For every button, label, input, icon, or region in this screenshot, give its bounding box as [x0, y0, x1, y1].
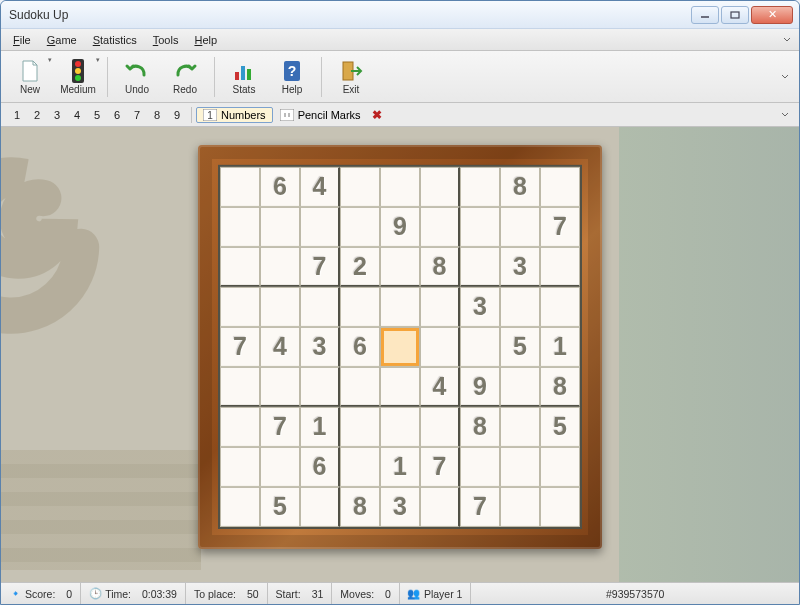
cell-5-0[interactable] — [220, 366, 260, 406]
cell-7-4[interactable]: 1 — [380, 446, 420, 486]
close-button[interactable]: ✕ — [751, 6, 793, 24]
cell-5-5[interactable]: 4 — [420, 366, 460, 406]
cell-2-0[interactable] — [220, 246, 260, 286]
help-button[interactable]: ? Help — [269, 54, 315, 100]
cell-2-5[interactable]: 8 — [420, 246, 460, 286]
number-pick-9[interactable]: 9 — [167, 109, 187, 121]
cell-1-1[interactable] — [260, 206, 300, 246]
cell-3-2[interactable] — [300, 286, 340, 326]
redo-button[interactable]: Redo — [162, 54, 208, 100]
menu-game[interactable]: Game — [39, 32, 85, 48]
cell-3-5[interactable] — [420, 286, 460, 326]
cell-4-0[interactable]: 7 — [220, 326, 260, 366]
cell-5-8[interactable]: 8 — [540, 366, 580, 406]
number-pick-4[interactable]: 4 — [67, 109, 87, 121]
cell-1-0[interactable] — [220, 206, 260, 246]
cell-5-1[interactable] — [260, 366, 300, 406]
titlebar[interactable]: Sudoku Up ✕ — [1, 1, 799, 29]
cell-3-4[interactable] — [380, 286, 420, 326]
cell-2-2[interactable]: 7 — [300, 246, 340, 286]
cell-6-1[interactable]: 7 — [260, 406, 300, 446]
cell-0-5[interactable] — [420, 166, 460, 206]
stats-button[interactable]: Stats — [221, 54, 267, 100]
cell-8-1[interactable]: 5 — [260, 486, 300, 526]
cell-6-7[interactable] — [500, 406, 540, 446]
cell-8-7[interactable] — [500, 486, 540, 526]
exit-button[interactable]: Exit — [328, 54, 374, 100]
cell-7-8[interactable] — [540, 446, 580, 486]
cell-5-7[interactable] — [500, 366, 540, 406]
cell-6-3[interactable] — [340, 406, 380, 446]
difficulty-button[interactable]: ▾ Medium — [55, 54, 101, 100]
cell-0-7[interactable]: 8 — [500, 166, 540, 206]
cell-0-1[interactable]: 6 — [260, 166, 300, 206]
cell-6-8[interactable]: 5 — [540, 406, 580, 446]
cell-2-6[interactable] — [460, 246, 500, 286]
minimize-button[interactable] — [691, 6, 719, 24]
cell-3-1[interactable] — [260, 286, 300, 326]
pencil-mode-button[interactable]: Pencil Marks — [273, 107, 368, 123]
cell-4-4[interactable] — [380, 326, 420, 366]
cell-7-6[interactable] — [460, 446, 500, 486]
maximize-button[interactable] — [721, 6, 749, 24]
number-pick-7[interactable]: 7 — [127, 109, 147, 121]
cell-6-2[interactable]: 1 — [300, 406, 340, 446]
menu-file[interactable]: File — [5, 32, 39, 48]
cell-8-2[interactable] — [300, 486, 340, 526]
cell-3-7[interactable] — [500, 286, 540, 326]
sudoku-board[interactable]: 648977283374365149871856175837 — [218, 164, 582, 528]
cell-8-4[interactable]: 3 — [380, 486, 420, 526]
number-pick-2[interactable]: 2 — [27, 109, 47, 121]
cell-4-8[interactable]: 1 — [540, 326, 580, 366]
cell-1-8[interactable]: 7 — [540, 206, 580, 246]
cell-1-2[interactable] — [300, 206, 340, 246]
cell-5-3[interactable] — [340, 366, 380, 406]
cell-2-1[interactable] — [260, 246, 300, 286]
cell-8-0[interactable] — [220, 486, 260, 526]
cell-1-7[interactable] — [500, 206, 540, 246]
cell-5-6[interactable]: 9 — [460, 366, 500, 406]
cell-4-1[interactable]: 4 — [260, 326, 300, 366]
cell-4-3[interactable]: 6 — [340, 326, 380, 366]
cell-1-4[interactable]: 9 — [380, 206, 420, 246]
cell-3-8[interactable] — [540, 286, 580, 326]
cell-8-3[interactable]: 8 — [340, 486, 380, 526]
clear-button[interactable]: ✖ — [372, 108, 382, 122]
cell-6-6[interactable]: 8 — [460, 406, 500, 446]
cell-5-2[interactable] — [300, 366, 340, 406]
number-pick-8[interactable]: 8 — [147, 109, 167, 121]
menu-statistics[interactable]: Statistics — [85, 32, 145, 48]
cell-3-3[interactable] — [340, 286, 380, 326]
cell-0-8[interactable] — [540, 166, 580, 206]
numbers-mode-button[interactable]: 1 Numbers — [196, 107, 273, 123]
menubar-overflow-icon[interactable] — [783, 36, 791, 44]
number-pick-3[interactable]: 3 — [47, 109, 67, 121]
cell-2-3[interactable]: 2 — [340, 246, 380, 286]
cell-3-0[interactable] — [220, 286, 260, 326]
cell-1-5[interactable] — [420, 206, 460, 246]
cell-7-0[interactable] — [220, 446, 260, 486]
cell-7-5[interactable]: 7 — [420, 446, 460, 486]
cell-0-4[interactable] — [380, 166, 420, 206]
menu-help[interactable]: Help — [186, 32, 225, 48]
cell-8-5[interactable] — [420, 486, 460, 526]
new-button[interactable]: ▾ New — [7, 54, 53, 100]
undo-button[interactable]: Undo — [114, 54, 160, 100]
cell-0-0[interactable] — [220, 166, 260, 206]
cell-6-5[interactable] — [420, 406, 460, 446]
cell-4-6[interactable] — [460, 326, 500, 366]
cell-0-2[interactable]: 4 — [300, 166, 340, 206]
toolbar-overflow-icon[interactable] — [781, 73, 789, 81]
number-pick-5[interactable]: 5 — [87, 109, 107, 121]
cell-2-8[interactable] — [540, 246, 580, 286]
cell-4-7[interactable]: 5 — [500, 326, 540, 366]
cell-1-3[interactable] — [340, 206, 380, 246]
cell-6-0[interactable] — [220, 406, 260, 446]
cell-1-6[interactable] — [460, 206, 500, 246]
cell-8-8[interactable] — [540, 486, 580, 526]
cell-7-3[interactable] — [340, 446, 380, 486]
cell-7-2[interactable]: 6 — [300, 446, 340, 486]
number-pick-1[interactable]: 1 — [7, 109, 27, 121]
cell-7-1[interactable] — [260, 446, 300, 486]
cell-2-4[interactable] — [380, 246, 420, 286]
